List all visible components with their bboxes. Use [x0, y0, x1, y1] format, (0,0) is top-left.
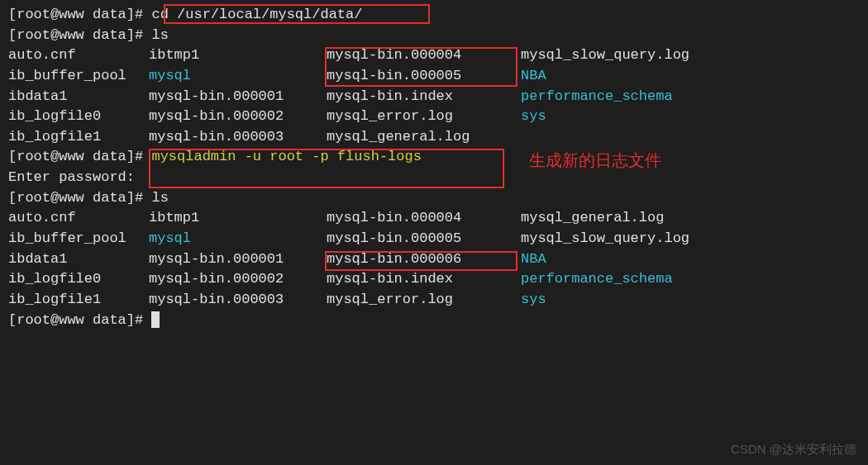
prompt-line-ls1: [root@www data]# ls	[8, 26, 860, 46]
annotation-text: 生成新的日志文件	[529, 149, 661, 173]
cmd-flush: mysqladmin -u root -p flush-logs	[151, 149, 421, 164]
cmd-ls1: ls	[151, 27, 168, 43]
ls1-row: ib_logfile1mysql-bin.000003mysql_general…	[8, 127, 860, 148]
prompt-line-ls2: [root@www data]# ls	[8, 188, 860, 209]
cmd-cd: cd /usr/local/mysql/data/	[151, 7, 362, 22]
prompt-line-cd: [root@www data]# cd /usr/local/mysql/dat…	[8, 5, 860, 26]
ls2-row: ib_logfile1mysql-bin.000003mysql_error.l…	[8, 290, 860, 311]
prompt-line-flush: [root@www data]# mysqladmin -u root -p f…	[8, 147, 860, 168]
enter-password: Enter password:	[8, 168, 860, 188]
ls2-row: ib_buffer_poolmysqlmysql-bin.000005mysql…	[8, 229, 860, 249]
watermark: CSDN @达米安利拉德	[731, 440, 856, 458]
cursor-icon	[151, 311, 160, 328]
ls2-row: ib_logfile0mysql-bin.000002mysql-bin.ind…	[8, 269, 860, 290]
cmd-ls2: ls	[151, 190, 168, 206]
ls1-row: ib_buffer_poolmysqlmysql-bin.000005NBA	[8, 66, 860, 87]
ls1-row: auto.cnfibtmp1mysql-bin.000004mysql_slow…	[8, 45, 860, 66]
ls2-row: ibdata1mysql-bin.000001mysql-bin.000006N…	[8, 249, 860, 270]
ls1-row: ib_logfile0mysql-bin.000002mysql_error.l…	[8, 107, 860, 127]
prompt-line-final[interactable]: [root@www data]#	[8, 311, 860, 331]
ls1-row: ibdata1mysql-bin.000001mysql-bin.indexpe…	[8, 87, 860, 107]
ls2-row: auto.cnfibtmp1mysql-bin.000004mysql_gene…	[8, 208, 860, 229]
